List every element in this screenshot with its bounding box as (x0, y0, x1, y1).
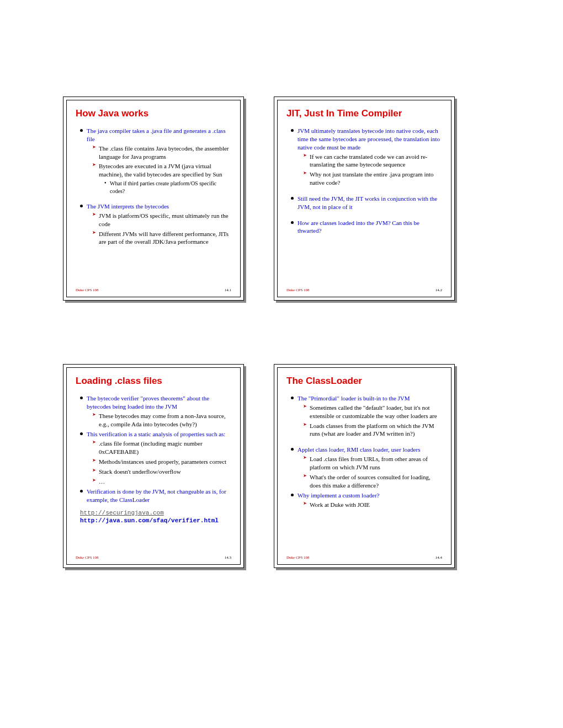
bullet-l2: If we can cache translated code we can a… (303, 153, 442, 169)
bullet-l2: Sometimes called the "default" loader, b… (303, 404, 442, 420)
footer-page: 14.1 (225, 288, 231, 292)
slide-inner-border: JIT, Just In Time Compiler JVM ultimatel… (277, 100, 452, 297)
slide-4: The ClassLoader The "Primordial" loader … (274, 364, 455, 568)
slide-2: JIT, Just In Time Compiler JVM ultimatel… (274, 97, 455, 301)
bullet-l2: Why not just translate the entire .java … (303, 170, 442, 187)
bullet-l1: JVM ultimately translates bytecode into … (291, 127, 442, 187)
slide-title: The ClassLoader (286, 376, 442, 387)
footer-course: Duke CPS 108 (76, 288, 99, 292)
bullet-list: The bytecode verifier "proves theorems" … (76, 394, 231, 504)
bullet-l1: Verification is done by the JVM, not cha… (80, 488, 231, 504)
slide-1: How Java works The java compiler takes a… (63, 97, 244, 301)
bullet-l1: The JVM interprets the bytecodes JVM is … (80, 202, 231, 246)
slide-title: How Java works (76, 108, 231, 119)
bullet-l2: What's the order of sources consulted fo… (303, 473, 442, 490)
slide-footer: Duke CPS 108 14.2 (286, 288, 442, 292)
bullet-l2: .class file format (including magic numb… (92, 440, 231, 456)
bullet-l3: What if third parties create platform/OS… (104, 180, 231, 195)
bullet-l2: Work at Duke with JOIE (303, 501, 442, 509)
bullet-l1: Why implement a custom loader? Work at D… (291, 491, 442, 509)
bullet-l2: Methods/instances used properly, paramet… (92, 458, 231, 466)
bullet-list: Still need the JVM, the JIT works in con… (286, 195, 442, 211)
bullet-l2: The .class file contains Java bytecodes,… (92, 144, 231, 161)
bullet-l1: Applet class loader, RMI class loader, u… (291, 446, 442, 489)
slide-footer: Duke CPS 108 14.3 (76, 555, 231, 560)
bullet-list: Applet class loader, RMI class loader, u… (286, 446, 442, 509)
slide-inner-border: Loading .class files The bytecode verifi… (66, 367, 241, 565)
footer-course: Duke CPS 108 (286, 555, 310, 560)
bullet-l1: Still need the JVM, the JIT works in con… (291, 195, 442, 211)
bullet-l1: The "Primordial" loader is built-in to t… (291, 394, 442, 438)
bullet-l2: Stack doesn't underflow/overflow (92, 468, 231, 476)
footer-page: 14.3 (225, 555, 231, 560)
bullet-list: JVM ultimately translates bytecode into … (286, 127, 442, 187)
bullet-l1: How are classes loaded into the JVM? Can… (291, 219, 442, 235)
link-verifier-faq[interactable]: http://java.sun.com/sfaq/verifier.html (80, 517, 231, 524)
slide-footer: Duke CPS 108 14.4 (286, 555, 442, 560)
bullet-l2: JVM is platform/OS specific, must ultima… (92, 212, 231, 228)
slide-handout-page: How Java works The java compiler takes a… (0, 0, 563, 728)
footer-course: Duke CPS 108 (286, 288, 310, 292)
bullet-list: The java compiler takes a .java file and… (76, 127, 231, 195)
footer-page: 14.2 (435, 288, 442, 292)
bullet-l2: Loads classes from the platform on which… (303, 422, 442, 438)
bullet-list: The "Primordial" loader is built-in to t… (286, 394, 442, 438)
bullet-l1: The bytecode verifier "proves theorems" … (80, 394, 231, 428)
slide-inner-border: How Java works The java compiler takes a… (66, 100, 241, 297)
bullet-l2: These bytecodes may come from a non-Java… (92, 412, 231, 429)
slide-title: JIT, Just In Time Compiler (286, 108, 442, 119)
bullet-l2: Different JVMs will have different perfo… (92, 230, 231, 247)
bullet-l1: The java compiler takes a .java file and… (80, 127, 231, 195)
bullet-l2: Load .class files from URLs, from other … (303, 455, 442, 472)
bullet-l1: This verification is a static analysis o… (80, 430, 231, 485)
slide-title: Loading .class files (76, 376, 231, 387)
footer-page: 14.4 (435, 555, 442, 560)
bullet-l2: Bytecodes are executed in a JVM (java vi… (92, 162, 231, 195)
bullet-list: The JVM interprets the bytecodes JVM is … (76, 202, 231, 246)
link-securingjava[interactable]: http://securingjava.com (80, 510, 231, 516)
slide-3: Loading .class files The bytecode verifi… (63, 364, 244, 568)
slide-footer: Duke CPS 108 14.1 (76, 288, 231, 292)
footer-course: Duke CPS 108 (76, 555, 99, 560)
slide-inner-border: The ClassLoader The "Primordial" loader … (277, 367, 452, 565)
bullet-l2: … (92, 478, 231, 486)
bullet-list: How are classes loaded into the JVM? Can… (286, 219, 442, 235)
